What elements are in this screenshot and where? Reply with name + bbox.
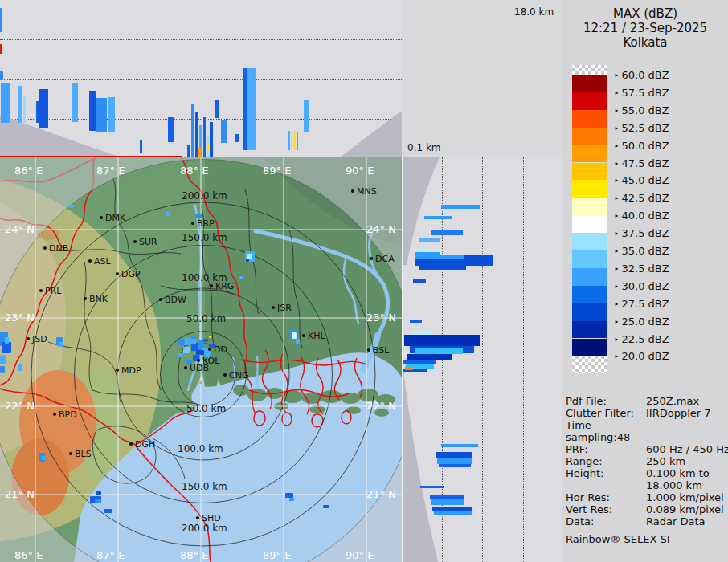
echo-bar [413, 279, 426, 283]
echo-bar [210, 122, 213, 157]
echo-bar [294, 131, 296, 150]
info-row: Range:250 km [566, 455, 726, 467]
echo-bar [36, 101, 39, 123]
info-row-label: Height: [566, 467, 646, 479]
legend-threshold-label: 32.5 dBZ [614, 262, 669, 274]
city-dot-cng [223, 373, 227, 377]
radar-echo-blob [18, 364, 22, 371]
product-title-block: MAX (dBZ) 12:21 / 23-Sep-2025 Kolkata [562, 6, 728, 50]
echo-bar [89, 91, 96, 131]
height-gridline [0, 79, 402, 80]
echo-bar [297, 132, 298, 150]
radar-echo-blob [183, 347, 190, 353]
city-dot-asl [88, 259, 92, 263]
echo-bar [431, 499, 464, 505]
dbz-color-legend: 60.0 dBZ57.5 dBZ55.0 dBZ52.5 dBZ50.0 dBZ… [572, 64, 725, 385]
echo-bar [235, 134, 239, 142]
city-label-dgh: DGH [135, 439, 155, 450]
city-dot-brp [191, 222, 194, 225]
latitude-label-left: 22° N [5, 400, 35, 412]
echo-bar [215, 100, 219, 118]
city-dot-dgp [116, 272, 119, 275]
legend-threshold-label: 35.0 dBZ [614, 245, 669, 257]
legend-threshold-label: 37.5 dBZ [614, 227, 669, 239]
city-dot-dd [208, 348, 211, 351]
city-dot-bnk [84, 297, 87, 300]
radar-map: 86° E86° E87° E87° E88° E88° E89° E89° E… [0, 157, 402, 562]
city-label-dnb: DNB [49, 243, 68, 254]
city-label-mdp: MDP [121, 365, 141, 376]
info-row: 18.000 km [566, 479, 726, 491]
city-dot-sur [133, 240, 137, 243]
city-label-dgp: DGP [121, 269, 141, 279]
radar-echo-blob [196, 350, 204, 355]
latitude-label-right: 22° N [366, 400, 396, 412]
city-label-bdw: BDW [165, 295, 186, 305]
legend-threshold-label: 50.0 dBZ [614, 139, 669, 151]
info-row: Data:Radar Data [566, 515, 726, 527]
echo-bar [191, 104, 194, 157]
longitude-label-bottom: 89° E [263, 549, 291, 561]
info-row-value: 250Z.max [646, 395, 726, 407]
city-label-jsr: JSR [276, 303, 292, 313]
range-ring-label: 200.0 km [182, 523, 227, 534]
latitude-label-right: 24° N [366, 223, 396, 235]
city-dot-udb [184, 366, 187, 369]
legend-swatch [572, 268, 607, 286]
city-label-asl: ASL [94, 256, 112, 267]
longitude-label-bottom: 90° E [346, 549, 374, 561]
echo-bar [72, 83, 78, 122]
radar-echo-blob [2, 342, 11, 353]
info-row: Time sampling:48 [566, 419, 726, 443]
echo-bar [207, 143, 209, 151]
info-row-value [646, 419, 726, 443]
radar-map-panel[interactable]: 86° E86° E87° E87° E88° E88° E89° E89° E… [0, 157, 402, 562]
legend-swatch [572, 286, 607, 303]
radar-echo-blob [95, 499, 101, 503]
longitude-label-bottom: 87° E [96, 549, 125, 561]
longitude-label-top: 88° E [180, 165, 208, 177]
legend-swatch [572, 215, 607, 233]
legend-threshold-label: 45.0 dBZ [614, 174, 669, 186]
city-label-bsl: BSL [373, 345, 390, 356]
product-info-block: Pdf File:250Z.maxClutter Filter:IIRDoppl… [566, 395, 726, 545]
cross-section-top-panel[interactable] [0, 0, 402, 157]
city-dot-krg [210, 284, 213, 287]
echo-bar [431, 230, 463, 235]
legend-swatch [572, 356, 607, 373]
radar-application-window: 18.0 km 0.1 km [0, 0, 728, 562]
city-dot-dgh [129, 442, 133, 446]
echo-bar [0, 71, 3, 80]
radar-echo-blob [296, 339, 300, 344]
info-row-value: Radar Data [646, 515, 726, 527]
legend-swatch [572, 339, 607, 356]
height-axis-min-label: 0.1 km [407, 142, 441, 153]
legend-swatch [572, 128, 607, 145]
height-gridline [482, 157, 483, 562]
echo-bar [441, 205, 480, 209]
radar-echo-blob [178, 340, 185, 345]
legend-swatch [572, 180, 607, 198]
city-label-prl: PRL [45, 286, 62, 296]
cross-section-right-panel[interactable] [403, 157, 562, 562]
radar-echo-blob [323, 505, 329, 508]
radar-echo-blob [178, 353, 183, 357]
echo-bar [441, 444, 478, 447]
echo-bar [96, 98, 107, 132]
info-row-value: 18.000 km [646, 479, 726, 491]
legend-threshold-label: 30.0 dBZ [614, 279, 669, 291]
city-dot-jsr [272, 306, 275, 309]
echo-bar [437, 458, 472, 464]
city-label-bpd: BPD [59, 409, 77, 420]
longitude-label-top: 89° E [263, 165, 291, 177]
info-row-label [566, 479, 646, 491]
height-axis-max-label: 18.0 km [514, 6, 554, 18]
echo-bar [187, 145, 190, 157]
legend-swatch [572, 92, 607, 110]
longitude-label-top: 90° E [346, 165, 374, 177]
city-label-dca: DCA [375, 254, 395, 264]
longitude-label-bottom: 88° E [180, 549, 208, 561]
latitude-label-left: 23° N [5, 312, 35, 324]
radar-echo-blob [68, 205, 74, 208]
latitude-label-right: 23° N [366, 312, 396, 324]
